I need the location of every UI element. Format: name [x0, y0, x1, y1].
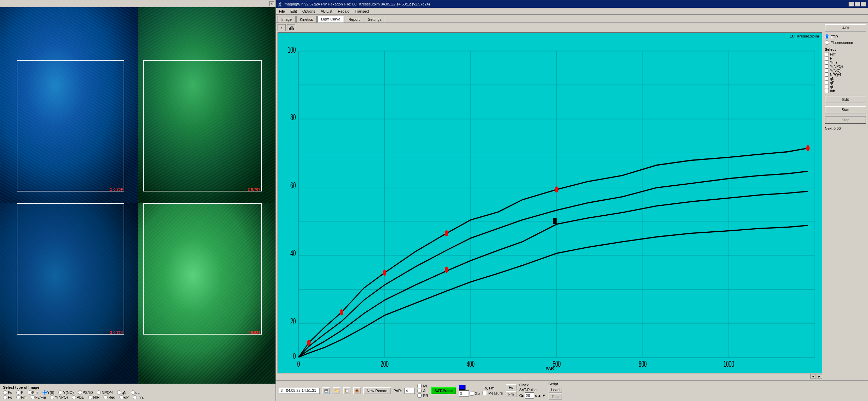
cb-qn[interactable]: qN [825, 77, 866, 81]
al-row[interactable]: AL [417, 389, 428, 393]
aoi-box-2: 2-0.707 [143, 60, 262, 192]
cb-yno[interactable]: Y(NO) [825, 68, 866, 73]
cb-fm-prime[interactable]: Fm' [825, 52, 866, 56]
ft-button[interactable]: Fm [506, 391, 517, 397]
toolbar-chart-btn[interactable] [287, 24, 295, 31]
tab-settings[interactable]: Settings [364, 16, 385, 22]
par-label: PAR: [394, 389, 402, 393]
tab-kinetics[interactable]: Kinetics [296, 16, 317, 22]
tab-image[interactable]: Image [278, 16, 296, 22]
fr-row[interactable]: FR [417, 394, 428, 398]
tab-light-curve[interactable]: Light Curve [317, 16, 344, 22]
scroll-left-btn[interactable]: ◄ [810, 374, 816, 379]
chart-area: LC_Kresse.xpim [278, 32, 822, 373]
radio-npq4[interactable]: NPQ/4 [97, 390, 113, 395]
cb-qp[interactable]: qP [825, 81, 866, 85]
record-export-btn[interactable]: 📤 [353, 387, 361, 394]
radio-nir[interactable]: NIR [88, 395, 99, 399]
fluorescence-radio[interactable]: Fluorescence [825, 40, 866, 45]
aoi-button[interactable]: AOI [825, 24, 866, 32]
svg-point-35 [383, 270, 386, 276]
ml-row[interactable]: ML [417, 384, 428, 388]
color-swatch [459, 385, 465, 390]
radio-f[interactable]: F [16, 390, 23, 395]
left-close-button[interactable]: × [269, 1, 274, 6]
minimize-button[interactable]: _ [849, 2, 854, 6]
radio-yii[interactable]: Y(II) [43, 390, 54, 395]
menu-file[interactable]: File [278, 9, 286, 14]
title-bar-left: 🔬 ImagingWin v2.57q24 FW Hexagon File: L… [278, 2, 430, 6]
edit-button[interactable]: Edit [825, 96, 866, 103]
run-button[interactable]: Run [549, 394, 562, 400]
toolbar-up-btn[interactable]: ↑ [278, 24, 286, 31]
menu-bar: File Edit Options AL-List Recalc Transec… [276, 8, 868, 15]
maximize-button[interactable]: □ [855, 2, 860, 6]
num-input[interactable] [459, 390, 469, 397]
svg-point-37 [555, 186, 558, 192]
record-save-btn[interactable]: 💾 [322, 387, 330, 394]
down-arrow-icon: ▼ [542, 394, 546, 398]
sat-pulse-button[interactable]: SAT-Pulse [431, 387, 456, 394]
record-copy-btn[interactable]: 📋 [343, 387, 350, 394]
cb-npq4[interactable]: NPQ/4 [825, 73, 866, 77]
radio-qp[interactable]: qP [120, 395, 129, 399]
par-input[interactable] [405, 388, 415, 394]
select-title: Select [825, 47, 866, 51]
svg-rect-39 [553, 218, 557, 224]
radio-ynpq[interactable]: Y(NPQ) [50, 395, 68, 399]
go-label: Go [475, 391, 480, 396]
cb-ynpq[interactable]: Y(NPQ) [825, 64, 866, 68]
aoi-label-2: 2-0.707 [248, 187, 260, 191]
right-sidebar: AOI ETR Fluorescence Select Fm' F Y(II) … [823, 23, 868, 380]
svg-text:60: 60 [290, 181, 296, 190]
radio-fm-prime[interactable]: Fm' [28, 390, 38, 395]
radio-qn[interactable]: qN [117, 390, 127, 395]
menu-al-list[interactable]: AL-List [319, 9, 334, 14]
load-button[interactable]: Load [549, 387, 562, 393]
image-type-radio-group: Fo F Fm' Y(II) Y(NO) PS/50 NPQ/4 qN qL. [3, 390, 273, 395]
radio-yno[interactable]: Y(NO) [58, 390, 74, 395]
fo-fm-label: Fo, Fm [483, 386, 494, 390]
radio-red[interactable]: Red [104, 395, 115, 399]
record-open-btn[interactable]: 📂 [333, 387, 340, 394]
chart-title: LC_Kresse.xpim [790, 34, 819, 38]
svg-rect-3 [293, 28, 294, 30]
go-checkbox[interactable] [470, 391, 474, 396]
menu-edit[interactable]: Edit [289, 9, 298, 14]
ml-al-fr-group: ML AL FR [417, 384, 428, 398]
cb-yii[interactable]: Y(II) [825, 60, 866, 64]
radio-inh[interactable]: Inh. [133, 395, 144, 399]
new-record-button[interactable]: New Record [363, 387, 391, 394]
svg-text:400: 400 [467, 359, 475, 369]
cb-f[interactable]: F [825, 56, 866, 60]
up-arrow-icon: ▲ [538, 394, 541, 398]
radio-fo2[interactable]: Fo [3, 395, 12, 399]
tab-report[interactable]: Report [345, 16, 363, 22]
next-display: Next 0:00 [825, 126, 866, 130]
on-time-row: On s ▲ ▼ [519, 392, 546, 399]
num-go-group: Go [459, 385, 480, 397]
cb-ql[interactable]: qL [825, 85, 866, 89]
on-value-input[interactable] [525, 392, 534, 399]
radio-ps50[interactable]: PS/50 [78, 390, 93, 395]
scroll-right-btn[interactable]: ► [817, 374, 822, 379]
chart-section: ↑ LC_Kresse.xpim [276, 23, 823, 380]
menu-recalc[interactable]: Recalc [336, 9, 351, 14]
cb-inh[interactable]: Inh. [825, 89, 866, 93]
record-field[interactable]: 3 - 04.05.22 14:51:31 [279, 388, 320, 394]
stop-button[interactable]: Stop [825, 116, 866, 124]
start-button[interactable]: Start [825, 106, 866, 113]
image-type-radio-group-2: Fo Fm Fv/Fm Y(NPQ) Abs. NIR Red qP Inh. [3, 395, 273, 399]
etr-radio[interactable]: ETR [825, 34, 866, 39]
close-button[interactable]: × [861, 2, 866, 6]
radio-fvfm[interactable]: Fv/Fm [31, 395, 46, 399]
menu-transect[interactable]: Transect [353, 9, 370, 14]
measure-checkbox[interactable] [483, 391, 487, 395]
radio-abs[interactable]: Abs. [72, 395, 84, 399]
radio-ql[interactable]: qL. [131, 390, 141, 395]
fo-button[interactable]: Fo [506, 384, 517, 390]
measure-row[interactable]: Measure [483, 391, 503, 395]
menu-options[interactable]: Options [301, 9, 317, 14]
radio-fm[interactable]: Fm [16, 395, 27, 399]
radio-fo[interactable]: Fo [3, 390, 12, 395]
